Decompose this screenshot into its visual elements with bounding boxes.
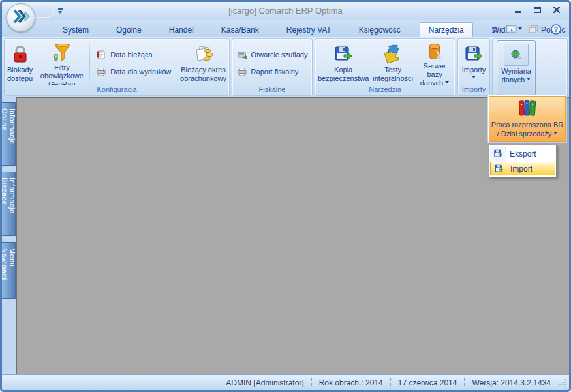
globe-sync-icon: [510, 49, 522, 61]
tab-narzedzia[interactable]: Narzędzia: [420, 22, 473, 37]
windows-button[interactable]: [529, 25, 544, 34]
dropdown-arrow-icon: [527, 78, 531, 82]
button-label: Blokady: [7, 66, 33, 74]
separator: [177, 43, 177, 83]
ribbon-tab-strip: System Ogólne Handel Kasa/Bank Rejestry …: [2, 20, 569, 37]
importy-button[interactable]: Importy: [460, 40, 488, 85]
blokady-dostepu-button[interactable]: Blokady dostępu: [5, 40, 35, 85]
tab-rejestry-vat[interactable]: Rejestry VAT: [278, 23, 340, 37]
data-biezaca-button[interactable]: Data bieżąca: [93, 48, 174, 61]
tab-ogolne[interactable]: Ogólne: [108, 23, 150, 37]
separator: [464, 378, 465, 387]
button-label: Kopia: [334, 66, 352, 74]
button-label: Filtry obowiązkowe: [37, 63, 87, 80]
app-logo-icon: [8, 3, 34, 32]
status-version: Wersja: 2014.3.2.1434: [468, 378, 555, 387]
tab-system[interactable]: System: [54, 23, 97, 37]
resize-grip-icon[interactable]: [559, 378, 566, 388]
button-label: danych: [420, 79, 450, 85]
tab-kasa-bank[interactable]: Kasa/Bank: [213, 23, 268, 37]
ribbon-group-wymiana-danych: Wymiana danych: [492, 38, 568, 96]
app-window: [icargo] Comarch ERP Optima System Ogóln…: [0, 0, 571, 392]
button-label: danych: [502, 76, 531, 84]
button-label: Data bieżąca: [110, 51, 152, 59]
praca-rozproszona-button[interactable]: Praca rozproszona BR / Dział sprzedaży: [489, 96, 566, 142]
sidebar-item-informacje-online[interactable]: Informacje Online: [2, 102, 16, 166]
status-fiscal-year: Rok obrach.: 2014: [315, 378, 387, 387]
sidebar-item-informacje-biezace[interactable]: Informacje Bieżące: [2, 172, 16, 236]
data-dla-wydrukow-button[interactable]: Data dla wydruków: [93, 65, 174, 78]
button-label: integralności: [373, 74, 413, 83]
puzzle-icon: [383, 42, 403, 66]
ribbon-group-importy: Importy Importy: [457, 38, 490, 96]
wymiana-danych-button[interactable]: Wymiana danych: [497, 40, 536, 95]
group-label-importy: Importy: [458, 85, 489, 95]
collapse-ribbon-button[interactable]: [491, 25, 499, 34]
group-label-konfiguracja: Konfiguracja: [5, 85, 229, 95]
tab-handel[interactable]: Handel: [161, 23, 202, 37]
chevron-down-icon: [540, 27, 544, 32]
sidebar: Informacje Online Informacje Bieżące Men…: [2, 97, 16, 374]
separator: [390, 378, 391, 387]
ribbon: Blokady dostępu g Filtry obowiązkowe Gen…: [2, 37, 569, 97]
menu-item-eksport[interactable]: Eksport: [490, 146, 555, 161]
button-label: dostępu: [7, 74, 33, 83]
cascade-windows-icon: [529, 25, 539, 34]
group-label-narzedzia: Narzędzia: [315, 85, 455, 95]
svg-text:?: ?: [554, 26, 558, 33]
button-label: Data dla wydruków: [110, 68, 171, 76]
fiscal-printer-icon: [237, 67, 247, 77]
dropdown-arrow-icon: [553, 132, 557, 136]
status-user: ADMIN [Administrator]: [222, 378, 307, 387]
svg-text:g: g: [54, 52, 58, 61]
show-desktop-button[interactable]: [506, 25, 522, 34]
filtry-obowiazkowe-button[interactable]: g Filtry obowiązkowe GenRap: [35, 40, 89, 85]
collapse-ribbon-icon: [491, 25, 499, 34]
menu-item-label: Eksport: [510, 149, 536, 158]
sidebar-item-menu-nawigacji[interactable]: Menu Nawigacji: [2, 242, 16, 299]
raport-fiskalny-button[interactable]: Raport fiskalny: [234, 65, 311, 78]
button-label: bezpieczeństwa: [318, 74, 369, 83]
help-button[interactable]: ?: [551, 24, 561, 35]
button-label: Raport fiskalny: [251, 68, 299, 76]
button-label: Bieżący okres: [181, 66, 225, 74]
button-label: / Dział sprzedaży: [497, 129, 558, 138]
tab-ksiegowosc[interactable]: Księgowość: [350, 23, 409, 37]
print-date-icon: [96, 67, 106, 77]
window-controls: [513, 5, 561, 14]
ribbon-group-konfiguracja: Blokady dostępu g Filtry obowiązkowe Gen…: [4, 38, 230, 96]
serwer-bazy-danych-button[interactable]: Serwer bazy danych: [415, 40, 454, 85]
monitor-icon: [506, 25, 517, 34]
chevron-down-icon: [518, 27, 522, 32]
quick-access-dropdown-icon[interactable]: [58, 8, 63, 16]
dropdown-arrow-icon: [445, 81, 449, 85]
statusbar: ADMIN [Administrator] Rok obrach.: 2014 …: [2, 374, 569, 390]
wymiana-danych-menu: Eksport Import: [489, 145, 557, 177]
window-title: [icargo] Comarch ERP Optima: [2, 6, 569, 16]
maximize-icon: [534, 7, 541, 13]
biezacy-okres-button[interactable]: Bieżący okres obrachunkowy: [178, 40, 228, 85]
menu-item-import[interactable]: Import: [490, 162, 555, 175]
button-label: GenRap: [48, 80, 75, 85]
date-icon: [96, 50, 106, 60]
workspace-background: [16, 97, 569, 374]
menu-item-label: Import: [510, 164, 532, 173]
button-label: Serwer bazy: [417, 62, 452, 79]
import-floppy-icon: [494, 164, 504, 173]
button-label: Wymiana: [501, 67, 531, 76]
group-label-fiskalne: Fiskalne: [232, 85, 312, 95]
maximize-button[interactable]: [532, 5, 542, 14]
separator: [311, 378, 312, 387]
kopia-bezpieczenstwa-button[interactable]: Kopia bezpieczeństwa: [316, 40, 371, 85]
otwarcie-szuflady-button[interactable]: Otwarcie szuflady: [234, 48, 311, 61]
close-icon: [553, 6, 561, 14]
close-button[interactable]: [552, 5, 561, 14]
app-menu-button[interactable]: [7, 3, 35, 32]
minimize-button[interactable]: [513, 5, 522, 14]
testy-integralnosci-button[interactable]: Testy integralności: [371, 40, 415, 85]
titlebar: [icargo] Comarch ERP Optima: [2, 2, 569, 20]
button-label: Importy: [462, 66, 486, 74]
status-date: 17 czerwca 2014: [394, 378, 461, 387]
button-label: Otwarcie szuflady: [251, 51, 308, 59]
import-floppy-icon: [464, 42, 484, 66]
